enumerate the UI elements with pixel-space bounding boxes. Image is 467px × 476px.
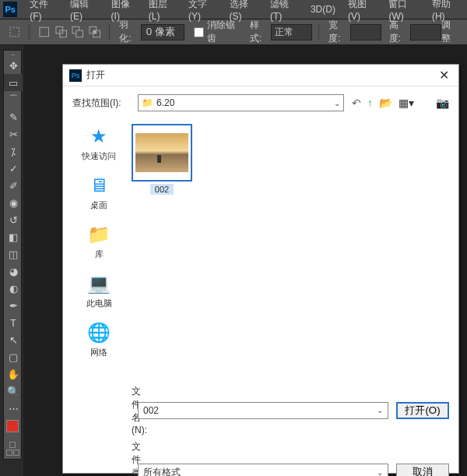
foreground-swatch[interactable] xyxy=(6,420,19,432)
cancel-button[interactable]: 取消 xyxy=(396,464,449,476)
view-icon[interactable]: ▦▾ xyxy=(399,97,414,109)
main-menu-bar: Ps 文件(F) 编辑(E) 图像(I) 图层(L) 文字(Y) 选择(S) 滤… xyxy=(0,0,467,19)
adjust-label[interactable]: 调整 xyxy=(441,19,458,45)
filename-label: 文件名(N): xyxy=(72,385,138,435)
ps-logo: Ps xyxy=(3,2,17,17)
quick-mask[interactable] xyxy=(4,442,21,448)
menu-view[interactable]: 视图(V) xyxy=(342,0,382,22)
file-item-002[interactable]: 002 xyxy=(130,124,194,195)
width-label: 宽度: xyxy=(328,19,347,45)
library-icon: 📁 xyxy=(86,222,111,247)
height-label: 高度: xyxy=(389,19,408,45)
lasso-tool[interactable]: ⌒ xyxy=(4,91,23,108)
move-tool[interactable]: ✥ xyxy=(4,57,23,74)
up-icon[interactable]: ↑ xyxy=(367,97,373,109)
file-thumbnail xyxy=(132,124,192,182)
menu-filter[interactable]: 滤镜(T) xyxy=(264,0,304,22)
healing-tool[interactable]: ✓ xyxy=(4,160,23,177)
stamp-tool[interactable]: ◉ xyxy=(4,194,23,211)
history-brush-tool[interactable]: ↺ xyxy=(4,211,23,228)
brush-tool[interactable]: ✐ xyxy=(4,177,23,194)
marquee-tool-icon[interactable] xyxy=(9,25,20,39)
menu-file[interactable]: 文件(F) xyxy=(23,0,64,22)
options-bar: 羽化: 消除锯齿 样式: 正常 宽度: 高度: 调整 xyxy=(0,19,467,45)
dodge-tool[interactable]: ◐ xyxy=(4,280,23,297)
place-network[interactable]: 🌐 网络 xyxy=(86,320,111,358)
antialias-label: 消除锯齿 xyxy=(207,19,239,45)
dialog-titlebar[interactable]: Ps 打开 ✕ xyxy=(63,65,458,86)
hand-tool[interactable]: ✋ xyxy=(4,365,23,383)
filetype-label: 文件类型(T): xyxy=(72,440,138,476)
marquee-tool[interactable]: ▭ xyxy=(4,74,23,91)
places-sidebar: ★ 快速访问 🖥 桌面 📁 库 💻 此电脑 🌐 网络 xyxy=(72,119,125,380)
filename-select[interactable]: 002 ⌄ xyxy=(138,402,388,419)
width-input xyxy=(350,24,381,41)
folder-icon: 📁 xyxy=(142,97,153,108)
style-select[interactable]: 正常 xyxy=(271,24,312,41)
style-label: 样式: xyxy=(250,19,269,45)
pen-tool[interactable]: ✒ xyxy=(4,297,23,314)
eraser-tool[interactable]: ◧ xyxy=(4,228,23,245)
network-icon: 🌐 xyxy=(86,320,111,345)
lookin-select[interactable]: 📁 6.20 ⌄ xyxy=(138,94,344,111)
svg-rect-0 xyxy=(10,27,19,37)
preview-icon[interactable]: 📷 xyxy=(436,97,449,109)
new-selection-icon[interactable] xyxy=(38,25,50,39)
subtract-selection-icon[interactable] xyxy=(72,25,83,39)
lookin-value: 6.20 xyxy=(156,97,174,108)
place-quick[interactable]: ★ 快速访问 xyxy=(82,124,116,162)
dialog-ps-icon: Ps xyxy=(69,69,82,82)
dialog-title: 打开 xyxy=(86,69,436,82)
svg-rect-5 xyxy=(76,30,83,37)
svg-rect-1 xyxy=(40,27,49,37)
star-icon: ★ xyxy=(86,124,111,149)
intersect-selection-icon[interactable] xyxy=(89,25,100,39)
add-selection-icon[interactable] xyxy=(55,25,67,39)
path-tool[interactable]: ↖ xyxy=(4,331,23,348)
new-folder-icon[interactable]: 📂 xyxy=(379,97,392,109)
lookin-label: 查找范围(I): xyxy=(72,97,138,110)
gradient-tool[interactable]: ◫ xyxy=(4,245,23,263)
type-tool[interactable]: T xyxy=(4,314,23,331)
close-button[interactable]: ✕ xyxy=(436,68,452,83)
desktop-icon: 🖥 xyxy=(86,173,111,198)
file-label: 002 xyxy=(150,184,174,195)
menu-layer[interactable]: 图层(L) xyxy=(142,0,182,22)
eyedropper-tool[interactable]: ⁒ xyxy=(4,143,23,160)
open-dialog: Ps 打开 ✕ 查找范围(I): 📁 6.20 ⌄ ↶ ↑ 📂 ▦▾ 📷 ★ xyxy=(62,64,459,474)
tool-panel: ✥ ▭ ⌒ ✎ ✂ ⁒ ✓ ✐ ◉ ↺ ◧ ◫ ◕ ◐ ✒ T ↖ ▢ ✋ 🔍 … xyxy=(3,50,22,460)
chevron-down-icon: ⌄ xyxy=(334,99,340,108)
back-icon[interactable]: ↶ xyxy=(352,97,361,109)
thumbnail-image xyxy=(135,133,188,172)
file-list[interactable]: 002 xyxy=(125,119,449,380)
quick-select-tool[interactable]: ✎ xyxy=(4,108,23,125)
height-input xyxy=(410,24,441,41)
place-library[interactable]: 📁 库 xyxy=(86,222,111,260)
menu-3d[interactable]: 3D(D) xyxy=(304,4,342,15)
computer-icon: 💻 xyxy=(86,271,111,296)
antialias-checkbox[interactable] xyxy=(194,27,204,37)
place-thispc[interactable]: 💻 此电脑 xyxy=(86,271,112,309)
filetype-select[interactable]: 所有格式 ⌄ xyxy=(138,464,388,476)
chevron-down-icon: ⌄ xyxy=(377,468,383,477)
shape-tool[interactable]: ▢ xyxy=(4,348,23,365)
chevron-down-icon: ⌄ xyxy=(377,406,383,414)
blur-tool[interactable]: ◕ xyxy=(4,263,23,280)
feather-input[interactable] xyxy=(141,24,184,41)
screen-mode[interactable] xyxy=(4,450,21,456)
zoom-tool[interactable]: 🔍 xyxy=(4,383,23,400)
feather-label: 羽化: xyxy=(119,19,138,45)
open-button[interactable]: 打开(O) xyxy=(396,402,449,419)
more-tool[interactable]: ⋯ xyxy=(4,400,23,417)
place-desktop[interactable]: 🖥 桌面 xyxy=(86,173,111,211)
crop-tool[interactable]: ✂ xyxy=(4,125,23,143)
menu-edit[interactable]: 编辑(E) xyxy=(64,0,104,22)
svg-rect-8 xyxy=(93,30,97,33)
